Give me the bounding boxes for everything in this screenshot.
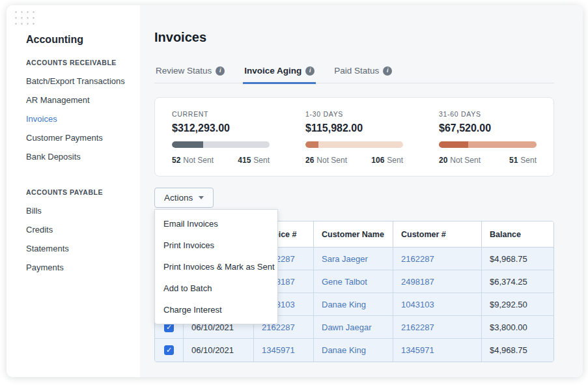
cell-balance: $3,800.00: [482, 316, 553, 338]
aging-progress-fill: [439, 141, 468, 148]
cell-date: 06/10/2021: [184, 339, 254, 362]
header-customer-name: Customer Name: [314, 221, 393, 247]
aging-counts: 20Not Sent 51Sent: [439, 156, 537, 165]
aging-progress-bar: [439, 141, 537, 148]
not-sent-count: 52Not Sent: [172, 156, 214, 165]
aging-amount: $312,293.00: [172, 122, 270, 134]
cell-customer-number: 2162287: [393, 248, 482, 270]
tab-invoice-aging[interactable]: Invoice Aging i: [243, 66, 316, 84]
not-sent-count: 26Not Sent: [305, 156, 347, 165]
customer-number-link[interactable]: 1043103: [401, 300, 434, 309]
actions-button-label: Actions: [164, 193, 193, 203]
aging-label: 31-60 DAYS: [439, 110, 537, 118]
tab-bar: Review Status i Invoice Aging i Paid Sta…: [154, 66, 554, 83]
info-icon[interactable]: i: [216, 66, 225, 76]
customer-name-link[interactable]: Sara Jaeger: [322, 254, 368, 264]
aging-label: CURRENT: [172, 110, 270, 118]
cell-customer-name: Danae King: [314, 339, 393, 362]
aging-counts: 26Not Sent 106Sent: [305, 156, 403, 165]
not-sent-count: 20Not Sent: [439, 156, 481, 165]
customer-name-link[interactable]: Danae King: [322, 345, 366, 355]
aging-progress-fill: [305, 141, 318, 148]
sidebar-item-statements[interactable]: Statements: [26, 239, 130, 258]
header-balance: Balance: [482, 221, 553, 247]
tab-paid-status-label: Paid Status: [334, 66, 379, 76]
customer-number-link[interactable]: 2162287: [401, 322, 434, 332]
cell-customer-number: 1345971: [393, 339, 482, 362]
main-content: Invoices Review Status i Invoice Aging i…: [140, 5, 583, 377]
tab-invoice-aging-label: Invoice Aging: [244, 66, 301, 76]
chevron-down-icon: [199, 196, 204, 199]
sidebar-item-invoices[interactable]: Invoices: [26, 109, 130, 128]
header-customer-number: Customer #: [393, 221, 482, 247]
sidebar-item-bank-deposits[interactable]: Bank Deposits: [26, 147, 130, 166]
aging-amount: $115,982.00: [305, 122, 403, 134]
tab-review-status-label: Review Status: [156, 66, 212, 76]
cell-customer-name: Sara Jaeger: [314, 248, 393, 270]
tab-review-status[interactable]: Review Status i: [154, 66, 226, 84]
info-icon[interactable]: i: [383, 66, 392, 76]
app-frame: Accounting ACCOUNTS RECEIVABLE Batch/Exp…: [7, 5, 583, 377]
tab-paid-status[interactable]: Paid Status i: [333, 66, 393, 84]
dot-pattern: [13, 9, 36, 26]
menu-item-print-invoices-mark-sent[interactable]: Print Invoices & Mark as Sent: [155, 256, 277, 278]
actions-button[interactable]: Actions: [154, 188, 214, 208]
aging-counts: 52Not Sent 415Sent: [172, 156, 270, 165]
sent-count: 106Sent: [371, 156, 403, 165]
customer-name-link[interactable]: Gene Talbot: [322, 277, 367, 287]
customer-number-link[interactable]: 2498187: [401, 277, 434, 287]
invoice-number-link[interactable]: 1345971: [262, 345, 295, 355]
app-root: Accounting ACCOUNTS RECEIVABLE Batch/Exp…: [0, 0, 588, 385]
sidebar-item-credits[interactable]: Credits: [26, 220, 130, 239]
sent-count: 415Sent: [238, 156, 270, 165]
sidebar: Accounting ACCOUNTS RECEIVABLE Batch/Exp…: [7, 5, 140, 377]
sent-count: 51Sent: [509, 156, 537, 165]
sidebar-title: Accounting: [26, 34, 130, 46]
sidebar-section-accounts-receivable: ACCOUNTS RECEIVABLE: [26, 59, 130, 66]
aging-progress-bar: [305, 141, 403, 148]
cell-customer-name: Danae King: [314, 293, 393, 315]
actions-menu: Email Invoices Print Invoices Print Invo…: [154, 209, 278, 324]
menu-item-email-invoices[interactable]: Email Invoices: [155, 213, 277, 235]
page-title: Invoices: [154, 30, 554, 45]
sidebar-item-ar-management[interactable]: AR Management: [26, 91, 130, 109]
menu-item-print-invoices[interactable]: Print Invoices: [155, 235, 277, 256]
cell-customer-number: 1043103: [393, 293, 482, 315]
aging-summary-card: CURRENT $312,293.00 52Not Sent 415Sent 1…: [154, 97, 554, 177]
sidebar-item-batch-export-transactions[interactable]: Batch/Export Transactions: [26, 72, 130, 91]
cell-customer-name: Gene Talbot: [314, 270, 393, 292]
cell-balance: $9,292.50: [482, 293, 553, 315]
aging-amount: $67,520.00: [439, 122, 537, 134]
cell-customer-number: 2162287: [393, 316, 482, 338]
sidebar-section-accounts-payable: ACCOUNTS PAYABLE: [26, 188, 130, 196]
aging-column-1-30-days: 1-30 DAYS $115,982.00 26Not Sent 106Sent: [305, 110, 403, 165]
aging-progress-bar: [172, 141, 270, 148]
cell-balance: $6,374.25: [482, 270, 553, 292]
table-row: 06/10/2021 1345971 Danae King 1345971 $4…: [155, 339, 553, 362]
row-select-cell: [155, 339, 184, 362]
customer-name-link[interactable]: Dawn Jaegar: [322, 322, 372, 332]
menu-item-add-to-batch[interactable]: Add to Batch: [155, 278, 277, 299]
row-checkbox[interactable]: [164, 345, 174, 355]
cell-customer-number: 2498187: [393, 270, 482, 292]
sidebar-spacer: [26, 166, 130, 178]
aging-progress-fill: [172, 141, 203, 148]
sidebar-item-payments[interactable]: Payments: [26, 258, 130, 277]
customer-number-link[interactable]: 1345971: [401, 345, 434, 355]
cell-customer-name: Dawn Jaegar: [314, 316, 393, 338]
customer-number-link[interactable]: 2162287: [401, 254, 434, 264]
aging-label: 1-30 DAYS: [305, 110, 403, 118]
cell-balance: $4,968.75: [482, 339, 553, 362]
cell-balance: $4,968.75: [482, 248, 553, 270]
aging-column-31-60-days: 31-60 DAYS $67,520.00 20Not Sent 51Sent: [439, 110, 537, 165]
actions-dropdown-wrap: Actions Email Invoices Print Invoices Pr…: [154, 188, 214, 208]
menu-item-charge-interest[interactable]: Charge Interest: [155, 299, 277, 321]
cell-invoice-number: 1345971: [254, 339, 314, 362]
aging-column-current: CURRENT $312,293.00 52Not Sent 415Sent: [172, 110, 270, 165]
sidebar-item-bills[interactable]: Bills: [26, 201, 130, 220]
sidebar-item-customer-payments[interactable]: Customer Payments: [26, 128, 130, 147]
info-icon[interactable]: i: [305, 66, 315, 76]
customer-name-link[interactable]: Danae King: [322, 300, 366, 309]
